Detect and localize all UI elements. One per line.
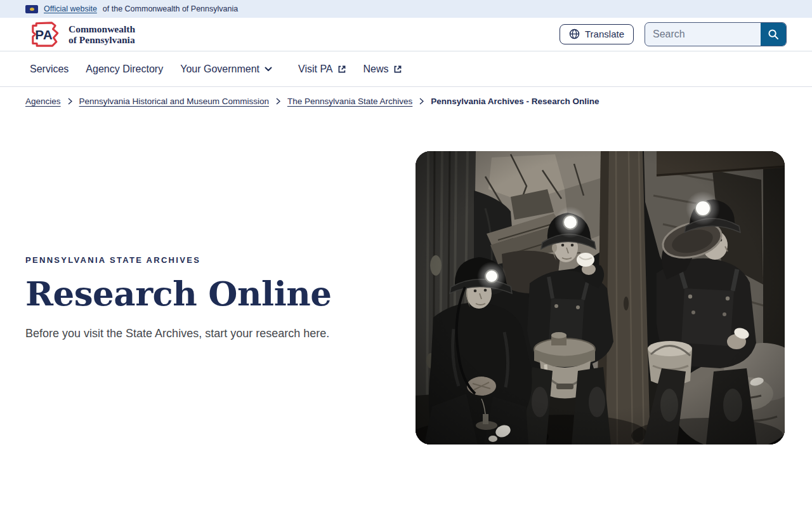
nav-item-news[interactable]: News — [363, 64, 402, 75]
globe-icon — [569, 29, 580, 39]
nav-item-services[interactable]: Services — [30, 64, 69, 75]
nav-item-agency-directory[interactable]: Agency Directory — [86, 64, 163, 75]
eyebrow-label: PENNSYLVANIA STATE ARCHIVES — [25, 255, 416, 265]
miners-photo — [416, 151, 785, 444]
chevron-right-icon — [276, 98, 280, 105]
breadcrumb-agencies[interactable]: Agencies — [25, 97, 61, 106]
page-subtitle: Before you visit the State Archives, sta… — [25, 327, 416, 340]
breadcrumb-state-archives[interactable]: The Pennsylvania State Archives — [287, 97, 412, 106]
search-input[interactable] — [645, 23, 761, 46]
chevron-right-icon — [68, 98, 72, 105]
site-header: PA Commonwealth of Pennsylvania Translat… — [0, 18, 812, 51]
logo-wordmark: Commonwealth of Pennsylvania — [69, 23, 135, 46]
chevron-down-icon — [265, 67, 272, 72]
breadcrumb: Agencies Pennsylvania Historical and Mus… — [0, 87, 812, 106]
official-website-link[interactable]: Official website — [44, 4, 97, 13]
breadcrumb-phmc[interactable]: Pennsylvania Historical and Museum Commi… — [79, 97, 269, 106]
pa-logo[interactable]: PA Commonwealth of Pennsylvania — [25, 20, 135, 48]
translate-button[interactable]: Translate — [560, 24, 634, 44]
pa-monogram: PA — [35, 27, 52, 42]
search-button[interactable] — [761, 23, 786, 46]
pa-flag-icon — [25, 5, 38, 13]
pa-keystone-map-icon: PA — [25, 20, 62, 48]
nav-item-your-government[interactable]: Your Government — [180, 64, 272, 75]
search-icon — [768, 29, 779, 40]
hero-section: PENNSYLVANIA STATE ARCHIVES Research Onl… — [0, 106, 812, 444]
official-banner: Official website of the Commonwealth of … — [0, 0, 812, 18]
external-link-icon — [337, 65, 346, 74]
chevron-right-icon — [419, 98, 424, 105]
translate-label: Translate — [585, 29, 624, 39]
breadcrumb-current-page: Pennsylvania Archives - Research Online — [431, 97, 599, 106]
external-link-icon — [393, 65, 402, 74]
banner-text: of the Commonwealth of Pennsylvania — [103, 4, 238, 13]
page-title: Research Online — [25, 276, 416, 312]
site-search — [645, 22, 787, 46]
nav-item-visit-pa[interactable]: Visit PA — [298, 64, 346, 75]
primary-nav: Services Agency Directory Your Governmen… — [0, 51, 812, 87]
